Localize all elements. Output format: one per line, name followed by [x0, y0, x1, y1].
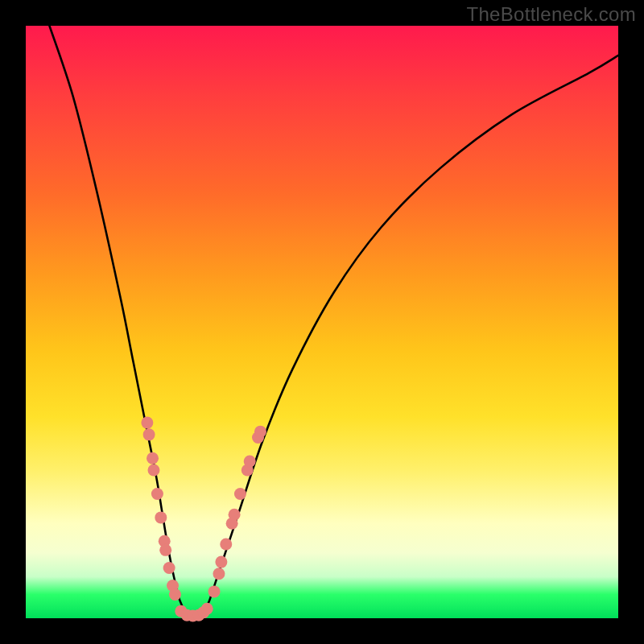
data-dot [208, 585, 221, 597]
data-dot [143, 428, 155, 440]
data-dot [201, 603, 213, 615]
data-dot [147, 464, 159, 477]
data-dots [141, 417, 266, 622]
data-dot [169, 588, 181, 601]
data-dot [163, 562, 175, 574]
data-dot [151, 488, 163, 500]
plot-area [26, 26, 618, 618]
chart-svg [26, 26, 618, 618]
data-dot [141, 417, 153, 429]
outer-frame: TheBottleneck.com [0, 0, 644, 644]
data-dot [234, 488, 246, 500]
data-dot [229, 509, 241, 521]
data-dot [254, 426, 266, 438]
data-dot [244, 455, 256, 467]
data-dot [220, 539, 232, 551]
watermark-text: TheBottleneck.com [466, 3, 636, 26]
data-dot [147, 452, 159, 464]
data-dot [155, 511, 167, 523]
data-dot [159, 544, 171, 556]
data-dot [213, 568, 225, 580]
bottleneck-curve [49, 26, 618, 619]
data-dot [215, 556, 227, 568]
